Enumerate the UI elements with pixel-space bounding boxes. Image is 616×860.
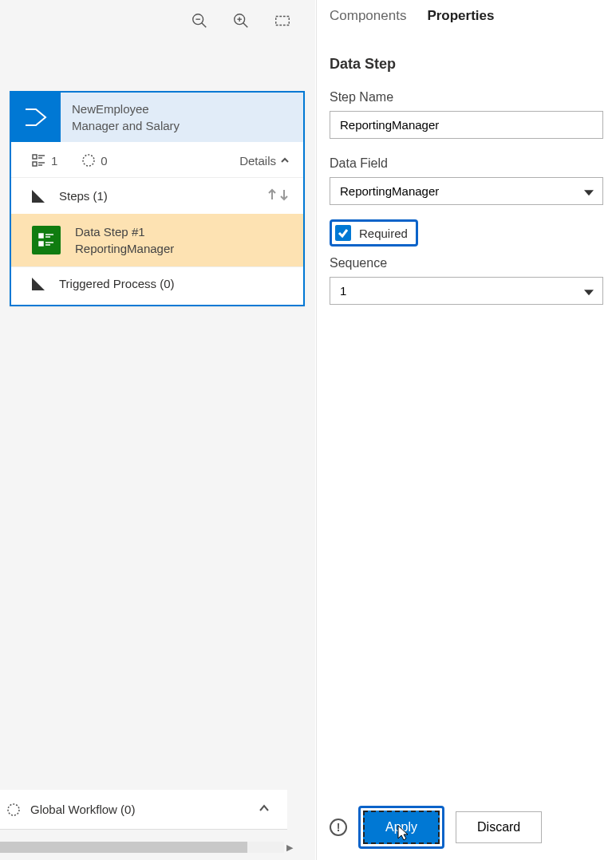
stage-meta-steps-count: 1 — [32, 153, 57, 168]
triggered-process-row[interactable]: Triggered Process (0) — [11, 266, 303, 305]
triangle-icon — [32, 190, 45, 203]
triangle-icon — [32, 278, 45, 290]
svg-line-4 — [243, 23, 248, 28]
horizontal-scrollbar[interactable]: ▶ — [0, 841, 295, 854]
stage-card-header[interactable]: NewEmployee Manager and Salary — [11, 93, 303, 142]
stage-card[interactable]: NewEmployee Manager and Salary 1 0 Detai… — [10, 91, 305, 306]
stage-title: NewEmployee Manager and Salary — [61, 93, 191, 142]
global-workflow-label: Global Workflow (0) — [30, 803, 135, 816]
steps-header-row[interactable]: Steps (1) — [11, 177, 303, 214]
zoom-out-icon[interactable] — [191, 12, 208, 32]
svg-line-1 — [202, 23, 207, 28]
tab-properties[interactable]: Properties — [427, 8, 494, 29]
details-toggle[interactable]: Details — [239, 154, 290, 168]
svg-point-23 — [8, 804, 19, 815]
svg-rect-8 — [33, 155, 37, 159]
triggered-process-label: Triggered Process (0) — [59, 277, 175, 290]
global-workflow-bar[interactable]: Global Workflow (0) — [0, 790, 287, 830]
data-step-icon — [32, 226, 61, 254]
zoom-in-icon[interactable] — [232, 12, 250, 32]
steps-label: Steps (1) — [59, 189, 108, 203]
data-step-row[interactable]: Data Step #1 ReportingManager — [11, 214, 303, 266]
fit-screen-icon[interactable] — [274, 12, 291, 32]
step-title: Data Step #1 — [75, 223, 174, 240]
stage-chevron-icon — [11, 93, 61, 142]
sequence-label: Sequence — [330, 256, 603, 270]
svg-rect-11 — [33, 162, 37, 166]
sequence-select[interactable]: 1 — [330, 277, 603, 305]
scroll-right-icon[interactable]: ▶ — [284, 842, 295, 853]
step-name-label: Step Name — [330, 90, 603, 105]
tab-components[interactable]: Components — [330, 8, 406, 29]
svg-rect-20 — [39, 242, 43, 246]
reorder-arrows-icon[interactable] — [267, 187, 290, 204]
properties-panel: Components Properties Data Step Step Nam… — [316, 0, 616, 860]
apply-button[interactable]: Apply — [363, 811, 440, 844]
svg-rect-17 — [39, 234, 43, 238]
required-checkbox-row[interactable]: Required — [330, 219, 418, 247]
chevron-up-icon[interactable] — [257, 801, 271, 818]
data-field-label: Data Field — [330, 156, 603, 171]
required-checkbox[interactable] — [335, 225, 351, 241]
discard-button[interactable]: Discard — [456, 811, 542, 843]
stage-meta-workflow-count: 0 — [81, 153, 107, 168]
required-label: Required — [359, 227, 408, 240]
workflow-circle-icon — [6, 803, 21, 817]
section-title: Data Step — [330, 56, 603, 73]
step-name-input[interactable] — [330, 111, 603, 139]
data-field-select[interactable]: ReportingManager — [330, 177, 603, 205]
step-subtitle: ReportingManager — [75, 240, 174, 257]
info-icon[interactable]: ! — [330, 819, 347, 836]
svg-point-14 — [83, 155, 94, 166]
svg-rect-7 — [276, 17, 290, 26]
